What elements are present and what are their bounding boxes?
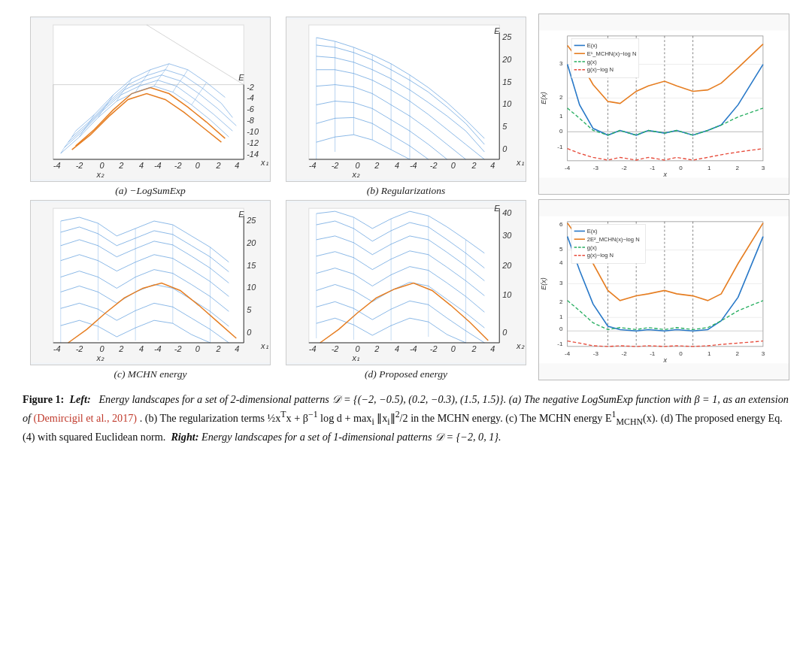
svg-text:-2: -2 bbox=[332, 161, 339, 170]
figure-label: Figure 1: bbox=[23, 393, 64, 405]
svg-text:0: 0 bbox=[195, 161, 200, 170]
svg-text:x₁: x₁ bbox=[351, 353, 359, 362]
svg-text:E(x): E(x) bbox=[587, 42, 598, 49]
plot-a: -2 -4 -6 -8 -10 -12 -14 E -4 -2 0 2 bbox=[30, 17, 271, 182]
svg-text:1: 1 bbox=[559, 313, 563, 320]
svg-text:x₂: x₂ bbox=[351, 170, 359, 179]
svg-text:3: 3 bbox=[762, 350, 765, 357]
svg-text:2: 2 bbox=[374, 344, 379, 353]
svg-text:0: 0 bbox=[99, 344, 104, 353]
svg-text:0: 0 bbox=[451, 344, 456, 353]
svg-text:2: 2 bbox=[471, 344, 476, 353]
svg-text:-1: -1 bbox=[650, 350, 656, 357]
svg-text:-6: -6 bbox=[247, 104, 255, 114]
svg-text:2: 2 bbox=[215, 161, 220, 170]
svg-text:x₁: x₁ bbox=[516, 158, 523, 167]
svg-text:2: 2 bbox=[559, 298, 563, 305]
svg-text:3: 3 bbox=[559, 60, 563, 67]
svg-text:0: 0 bbox=[559, 325, 563, 332]
plot-cell-a: -2 -4 -6 -8 -10 -12 -14 E -4 -2 0 2 bbox=[23, 14, 278, 197]
right-plots: 3 2 1 0 -1 -4 -3 -2 -1 0 1 2 3 x bbox=[534, 14, 789, 380]
svg-text:10: 10 bbox=[247, 283, 256, 292]
svg-text:-2: -2 bbox=[76, 344, 83, 353]
svg-text:2: 2 bbox=[559, 94, 563, 101]
svg-text:1: 1 bbox=[707, 165, 711, 171]
svg-text:g(x): g(x) bbox=[587, 244, 598, 251]
svg-text:x: x bbox=[663, 356, 668, 364]
caption-a: (a) −LogSumExp bbox=[115, 185, 185, 197]
svg-text:5: 5 bbox=[502, 122, 508, 131]
svg-text:0: 0 bbox=[559, 128, 563, 135]
svg-text:-2: -2 bbox=[621, 165, 627, 171]
svg-text:10: 10 bbox=[502, 290, 511, 299]
svg-text:4: 4 bbox=[235, 161, 239, 170]
svg-text:-1: -1 bbox=[557, 341, 563, 347]
plot-cell-d: 40 30 20 10 0 E bbox=[278, 197, 534, 380]
svg-text:E(x): E(x) bbox=[540, 277, 547, 289]
svg-text:-3: -3 bbox=[593, 165, 599, 171]
svg-text:4: 4 bbox=[139, 161, 144, 170]
svg-text:-2: -2 bbox=[430, 344, 438, 353]
svg-text:6: 6 bbox=[559, 221, 563, 228]
svg-text:-1: -1 bbox=[650, 165, 656, 171]
svg-text:15: 15 bbox=[502, 77, 512, 86]
caption-b: (b) Regularizations bbox=[367, 185, 446, 197]
svg-text:2E²_MCHN(x)−log N: 2E²_MCHN(x)−log N bbox=[587, 236, 640, 243]
figure-caption: Figure 1: Left: Energy landscapes for a … bbox=[23, 388, 789, 445]
plot-b: 25 20 15 10 5 0 E bbox=[286, 17, 526, 182]
svg-text:0: 0 bbox=[451, 161, 456, 170]
svg-text:4: 4 bbox=[395, 344, 399, 353]
left-grid: -2 -4 -6 -8 -10 -12 -14 E -4 -2 0 2 bbox=[23, 14, 534, 380]
svg-text:1: 1 bbox=[559, 113, 563, 120]
svg-text:g(x)−log N: g(x)−log N bbox=[587, 66, 614, 73]
svg-text:20: 20 bbox=[246, 238, 256, 247]
svg-text:-2: -2 bbox=[174, 344, 182, 353]
svg-text:0: 0 bbox=[502, 328, 507, 337]
svg-text:3: 3 bbox=[559, 280, 563, 286]
line-plot-bottom: 6 5 4 3 2 1 0 -1 -4 -3 -2 -1 0 1 2 3 bbox=[538, 199, 789, 380]
plot-d: 40 30 20 10 0 E bbox=[286, 200, 526, 365]
line-plot-top: 3 2 1 0 -1 -4 -3 -2 -1 0 1 2 3 x bbox=[538, 14, 789, 195]
svg-text:-4: -4 bbox=[53, 344, 61, 353]
svg-text:x₁: x₁ bbox=[260, 341, 268, 350]
svg-text:30: 30 bbox=[502, 231, 511, 240]
svg-text:4: 4 bbox=[395, 161, 399, 170]
page: -2 -4 -6 -8 -10 -12 -14 E -4 -2 0 2 bbox=[0, 0, 812, 657]
svg-text:4: 4 bbox=[490, 161, 495, 170]
svg-text:-4: -4 bbox=[565, 165, 571, 171]
svg-text:20: 20 bbox=[501, 261, 511, 270]
svg-text:0: 0 bbox=[502, 144, 507, 153]
plot-c: 25 20 15 10 5 0 E bbox=[30, 200, 271, 365]
svg-text:x: x bbox=[663, 171, 668, 178]
citation-link: (Demircigil et al., 2017) bbox=[34, 412, 138, 424]
svg-text:-4: -4 bbox=[154, 344, 162, 353]
svg-text:-14: -14 bbox=[247, 150, 259, 159]
svg-text:-4: -4 bbox=[565, 350, 571, 357]
svg-text:g(x)−log N: g(x)−log N bbox=[587, 252, 614, 259]
svg-text:-1: -1 bbox=[557, 144, 563, 150]
svg-text:40: 40 bbox=[502, 208, 511, 217]
figures-section: -2 -4 -6 -8 -10 -12 -14 E -4 -2 0 2 bbox=[23, 14, 789, 380]
svg-text:0: 0 bbox=[247, 328, 251, 337]
svg-text:E(x): E(x) bbox=[587, 228, 598, 235]
svg-text:-2: -2 bbox=[332, 344, 339, 353]
svg-text:2: 2 bbox=[118, 344, 123, 353]
svg-text:15: 15 bbox=[247, 261, 256, 270]
svg-text:5: 5 bbox=[559, 246, 563, 253]
plot-cell-c: 25 20 15 10 5 0 E bbox=[23, 197, 278, 380]
svg-text:0: 0 bbox=[355, 344, 359, 353]
svg-text:-4: -4 bbox=[154, 161, 162, 170]
svg-text:2: 2 bbox=[736, 350, 740, 357]
svg-text:1: 1 bbox=[707, 350, 711, 357]
right-label: Right: bbox=[168, 431, 201, 443]
svg-text:25: 25 bbox=[501, 32, 512, 41]
svg-text:-2: -2 bbox=[76, 161, 83, 170]
svg-text:-3: -3 bbox=[593, 350, 599, 357]
caption-text-right: Energy landscapes for a set of 1-dimensi… bbox=[201, 431, 501, 443]
svg-text:10: 10 bbox=[502, 99, 511, 108]
svg-text:4: 4 bbox=[490, 344, 495, 353]
svg-text:4: 4 bbox=[559, 259, 563, 266]
svg-text:20: 20 bbox=[501, 55, 511, 64]
svg-text:0: 0 bbox=[355, 161, 359, 170]
svg-rect-1 bbox=[53, 25, 244, 159]
